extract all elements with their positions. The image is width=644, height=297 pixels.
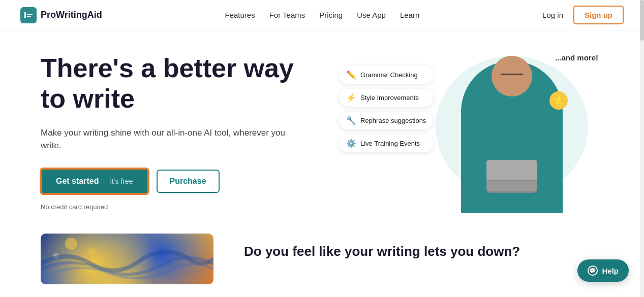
gear-icon: ⚙️ bbox=[346, 139, 356, 148]
get-started-button[interactable]: Get started — it's free bbox=[41, 169, 148, 194]
chat-icon: 💬 bbox=[588, 266, 598, 276]
lower-section: Do you feel like your writing lets you d… bbox=[0, 223, 644, 294]
get-started-label: Get started bbox=[56, 177, 99, 185]
navbar: ProWritingAid Features For Teams Pricing… bbox=[0, 0, 644, 30]
feature-pills: ✏️ Grammar Checking ⚡ Style Improvements… bbox=[339, 66, 433, 152]
lower-title: Do you feel like your writing lets you d… bbox=[244, 244, 520, 259]
nav-link-pricing[interactable]: Pricing bbox=[319, 11, 343, 19]
scrollbar[interactable] bbox=[640, 0, 644, 297]
help-label: Help bbox=[602, 267, 619, 275]
nav-link-use-app[interactable]: Use App bbox=[357, 11, 386, 19]
logo-icon bbox=[20, 7, 37, 23]
svg-rect-2 bbox=[27, 16, 31, 17]
hero-subtitle: Make your writing shine with our all-in-… bbox=[41, 126, 305, 152]
scrollbar-thumb[interactable] bbox=[640, 0, 644, 41]
hero-illustration: ⭐ ...and more! ✏️ Grammar Checking ⚡ Sty… bbox=[339, 51, 603, 213]
login-link[interactable]: Log in bbox=[542, 11, 563, 19]
logo-text: ProWritingAid bbox=[41, 10, 102, 20]
nav-link-features[interactable]: Features bbox=[225, 11, 255, 19]
laptop-image bbox=[486, 160, 537, 193]
pill-training: ⚙️ Live Training Events bbox=[339, 135, 433, 152]
pill-grammar: ✏️ Grammar Checking bbox=[339, 66, 433, 84]
no-credit-text: No credit card required bbox=[41, 203, 305, 211]
nav-link-learn[interactable]: Learn bbox=[400, 11, 419, 19]
svg-point-3 bbox=[65, 238, 77, 250]
person-head bbox=[492, 56, 532, 96]
and-more-text: ...and more! bbox=[555, 53, 598, 62]
nav-actions: Log in Sign up bbox=[542, 6, 624, 24]
nav-link-teams[interactable]: For Teams bbox=[269, 11, 305, 19]
purchase-button[interactable]: Purchase bbox=[157, 170, 220, 193]
pill-grammar-label: Grammar Checking bbox=[360, 71, 418, 79]
hero-section: There's a better way to write Make your … bbox=[0, 30, 644, 223]
svg-point-4 bbox=[87, 247, 96, 255]
signup-button[interactable]: Sign up bbox=[573, 6, 624, 24]
help-button[interactable]: 💬 Help bbox=[577, 259, 629, 282]
pill-style-label: Style Improvements bbox=[360, 94, 419, 102]
lightning-icon: ⚡ bbox=[346, 93, 356, 103]
svg-rect-0 bbox=[24, 12, 26, 18]
svg-rect-1 bbox=[27, 14, 33, 15]
lower-text: Do you feel like your writing lets you d… bbox=[244, 234, 520, 259]
person-image: ⭐ bbox=[451, 51, 573, 213]
starry-night-image bbox=[41, 234, 213, 284]
pill-rephrase-label: Rephrase suggestions bbox=[360, 117, 426, 124]
get-started-free-text: — it's free bbox=[101, 177, 133, 185]
star-badge: ⭐ bbox=[549, 91, 568, 110]
hero-title: There's a better way to write bbox=[41, 53, 305, 114]
pill-rephrase: 🔧 Rephrase suggestions bbox=[339, 112, 433, 129]
pill-style: ⚡ Style Improvements bbox=[339, 89, 433, 107]
wrench-icon: 🔧 bbox=[346, 116, 356, 125]
nav-links: Features For Teams Pricing Use App Learn bbox=[225, 11, 420, 19]
hero-left: There's a better way to write Make your … bbox=[41, 53, 305, 211]
hero-buttons: Get started — it's free Purchase bbox=[41, 169, 305, 194]
pencil-icon: ✏️ bbox=[346, 70, 356, 80]
logo[interactable]: ProWritingAid bbox=[20, 7, 102, 23]
pill-training-label: Live Training Events bbox=[360, 140, 420, 147]
